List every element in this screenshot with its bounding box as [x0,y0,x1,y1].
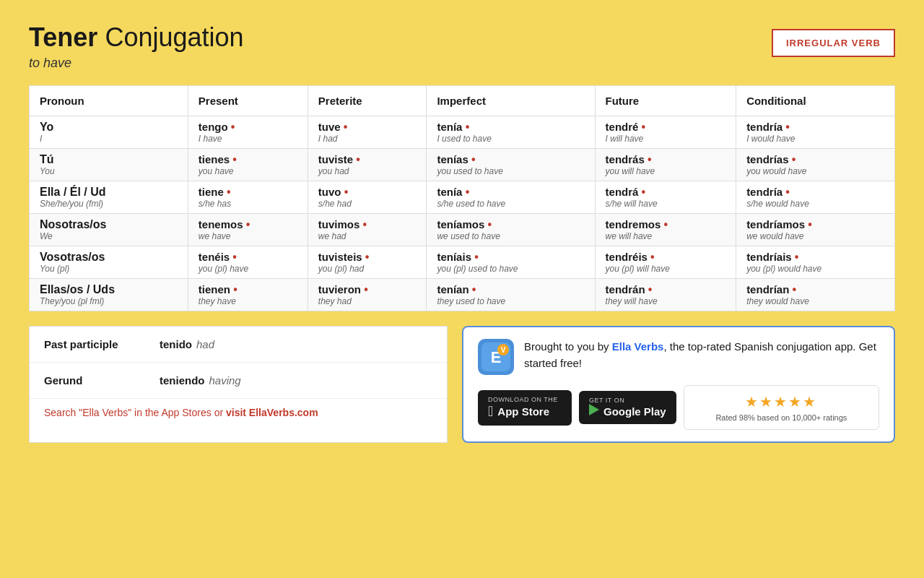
verb-cell: tenía •s/he used to have [427,181,595,214]
page-title: Tener Conjugation [29,22,244,53]
pronoun-sub: She/he/you (fml) [40,199,178,209]
verb-cell: tuvisteis •you (pl) had [308,246,427,279]
verb-translation: I will have [606,134,726,144]
verb-form: tendrás • [606,153,726,166]
pronoun-sub: We [40,231,178,241]
col-preterite: Preterite [308,86,427,116]
verb-translation: s/he used to have [437,199,584,209]
verb-translation: s/he has [199,199,297,209]
verb-form: tuvieron • [318,283,417,296]
verb-translation: you (pl) will have [606,264,726,274]
col-imperfect: Imperfect [427,86,595,116]
pronoun-main: Ellas/os / Uds [40,283,178,296]
verb-translation: we would have [746,231,884,241]
verb-translation: they would have [746,296,884,306]
pronoun-sub: You (pl) [40,264,178,274]
play-icon [589,404,599,418]
verb-cell: tenéis •you (pl) have [188,246,308,279]
pronoun-main: Yo [40,121,178,134]
verb-translation: you (pl) would have [746,264,884,274]
verb-form: tienes • [199,153,297,166]
verb-form: tenía • [437,121,584,134]
verb-cell: teníamos •we used to have [427,214,595,246]
past-participle-row: Past participle tenidohad [30,327,447,363]
col-conditional: Conditional [736,86,895,116]
pronoun-cell: YoI [30,116,188,149]
pronoun-cell: Vosotras/osYou (pl) [30,246,188,279]
verb-translation: I would have [746,134,884,144]
verb-translation: we will have [606,231,726,241]
verb-form: tendréis • [606,251,726,264]
verb-cell: tuvieron •they had [308,279,427,311]
pronoun-sub: You [40,166,178,176]
verb-form: tendríais • [746,251,884,264]
title-rest: Conjugation [97,22,243,52]
gerund-label: Gerund [44,374,160,387]
pronoun-main: Nosotras/os [40,218,178,231]
verb-cell: tendrás •you will have [595,149,736,181]
google-play-label: Google Play [603,405,666,418]
verb-form: tiene • [199,186,297,199]
verb-cell: tendría •s/he would have [736,181,895,214]
verb-cell: tendréis •you (pl) will have [595,246,736,279]
verb-form: tuvisteis • [318,251,417,264]
verb-form: tuvimos • [318,218,417,231]
col-pronoun: Pronoun [30,86,188,116]
verb-form: tendrían • [746,283,884,296]
promo-text-start: Brought to you by [524,340,612,353]
pronoun-cell: Ella / Él / UdShe/he/you (fml) [30,181,188,214]
verb-form: teníais • [437,251,584,264]
verb-form: tengo • [199,121,297,134]
ella-verbs-link[interactable]: visit EllaVerbs.com [226,407,318,418]
verb-form: tenías • [437,153,584,166]
title-block: Tener Conjugation to have [29,22,244,71]
verb-translation: we have [199,231,297,241]
verb-translation: they will have [606,296,726,306]
verb-form: tuviste • [318,153,417,166]
gerund-trans: having [209,374,241,387]
verb-form: tenéis • [199,251,297,264]
conjugation-table: Pronoun Present Preterite Imperfect Futu… [29,85,895,311]
verb-translation: you (pl) have [199,264,297,274]
verb-form: tenemos • [199,218,297,231]
rating-text: Rated 98% based on 10,000+ ratings [694,413,868,422]
verb-cell: tenemos •we have [188,214,308,246]
table-row: Ellas/os / UdsThey/you (pl fml)tienen •t… [30,279,895,311]
verb-cell: tienes •you have [188,149,308,181]
verb-translation: I have [199,134,297,144]
apple-icon:  [488,403,493,420]
page-header: Tener Conjugation to have IRREGULAR VERB [29,22,895,71]
table-row: Ella / Él / UdShe/he/you (fml)tiene •s/h… [30,181,895,214]
verb-translation: I used to have [437,134,584,144]
app-store-sub: Download on the [488,396,558,403]
app-store-label: App Store [497,405,549,418]
google-play-button[interactable]: GET IT ON Google Play [579,391,676,424]
verb-form: tienen • [199,283,297,296]
verb-translation: s/he would have [746,199,884,209]
pronoun-main: Vosotras/os [40,251,178,264]
verb-translation: you would have [746,166,884,176]
pronoun-cell: TúYou [30,149,188,181]
ella-verbs-brand-link[interactable]: Ella Verbs [612,340,664,353]
verb-translation: you will have [606,166,726,176]
verb-translation: we had [318,231,417,241]
verb-cell: tuviste •you had [308,149,427,181]
rating-box: ★★★★★ Rated 98% based on 10,000+ ratings [684,385,879,430]
verb-cell: tengo •I have [188,116,308,149]
verb-form: tendré • [606,121,726,134]
table-row: TúYoutienes •you havetuviste •you hadten… [30,149,895,181]
app-store-button[interactable]: Download on the  App Store [478,390,572,426]
verb-cell: tenían •they used to have [427,279,595,311]
verb-cell: tendrá •s/he will have [595,181,736,214]
verb-translation: you had [318,166,417,176]
page-subtitle: to have [29,56,244,71]
verb-cell: tiene •s/he has [188,181,308,214]
verb-form: tuvo • [318,186,417,199]
promo-bottom: Download on the  App Store GET IT ON Go… [478,385,879,430]
verb-translation: you used to have [437,166,584,176]
svg-marker-5 [589,404,599,415]
verb-form: tendrías • [746,153,884,166]
table-row: Vosotras/osYou (pl)tenéis •you (pl) have… [30,246,895,279]
verb-cell: tendrían •they would have [736,279,895,311]
verb-cell: tendríamos •we would have [736,214,895,246]
